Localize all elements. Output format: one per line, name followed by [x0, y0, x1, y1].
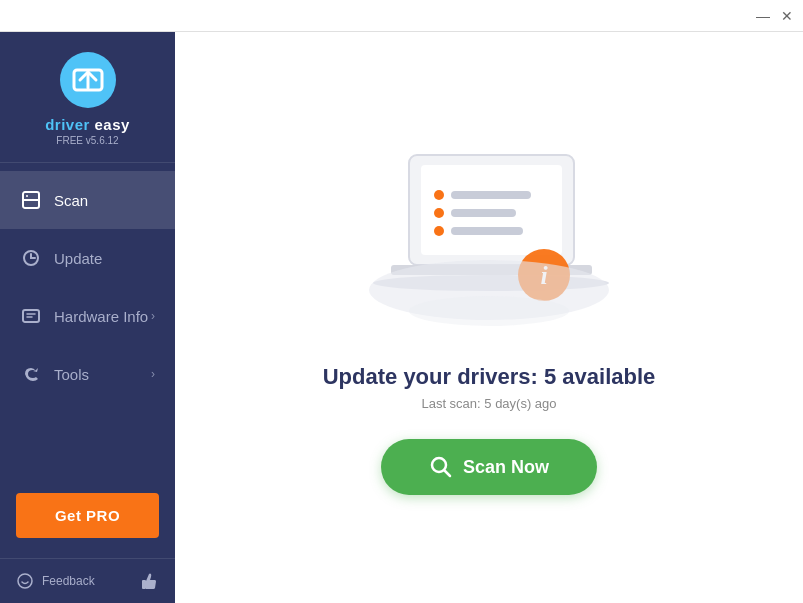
nav-items: Scan Update [0, 163, 175, 481]
thumbs-up-icon [139, 571, 159, 591]
tools-icon [20, 363, 42, 385]
svg-rect-17 [451, 209, 516, 217]
illustration: i [349, 140, 629, 340]
scan-now-button[interactable]: Scan Now [381, 439, 597, 495]
feedback-icon [16, 572, 34, 590]
sidebar: driver easy FREE v5.6.12 Scan [0, 32, 175, 603]
main-content: i Update your drivers: 5 available Last … [175, 32, 803, 603]
app-container: driver easy FREE v5.6.12 Scan [0, 32, 803, 603]
svg-point-10 [18, 574, 32, 588]
app-version: FREE v5.6.12 [56, 135, 118, 146]
sidebar-item-hardware-info[interactable]: Hardware Info › [0, 287, 175, 345]
svg-rect-19 [451, 227, 523, 235]
hardware-info-arrow: › [151, 309, 155, 323]
get-pro-button[interactable]: Get PRO [16, 493, 159, 538]
svg-point-14 [434, 190, 444, 200]
minimize-button[interactable]: — [755, 8, 771, 24]
update-label: Update [54, 250, 155, 267]
feedback-button[interactable]: Feedback [16, 572, 95, 590]
svg-point-16 [434, 208, 444, 218]
close-button[interactable]: ✕ [779, 8, 795, 24]
last-scan-text: Last scan: 5 day(s) ago [421, 396, 556, 411]
update-headline: Update your drivers: 5 available [323, 364, 656, 390]
tools-arrow: › [151, 367, 155, 381]
svg-rect-11 [142, 580, 146, 589]
hardware-info-label: Hardware Info [54, 308, 151, 325]
window-controls: — ✕ [755, 8, 795, 24]
feedback-label: Feedback [42, 574, 95, 588]
svg-rect-7 [23, 310, 39, 322]
sidebar-footer: Feedback [0, 558, 175, 603]
scan-now-label: Scan Now [463, 457, 549, 478]
sidebar-item-update[interactable]: Update [0, 229, 175, 287]
scan-icon [20, 189, 42, 211]
sidebar-item-tools[interactable]: Tools › [0, 345, 175, 403]
title-bar: — ✕ [0, 0, 803, 32]
sidebar-item-scan[interactable]: Scan [0, 171, 175, 229]
svg-rect-15 [451, 191, 531, 199]
scan-search-icon [429, 455, 453, 479]
svg-point-18 [434, 226, 444, 236]
tools-label: Tools [54, 366, 151, 383]
app-logo [60, 52, 116, 108]
sidebar-logo: driver easy FREE v5.6.12 [0, 32, 175, 163]
hardware-info-icon [20, 305, 42, 327]
app-name: driver easy [45, 116, 130, 133]
svg-line-25 [444, 471, 450, 477]
scan-label: Scan [54, 192, 155, 209]
update-icon [20, 247, 42, 269]
